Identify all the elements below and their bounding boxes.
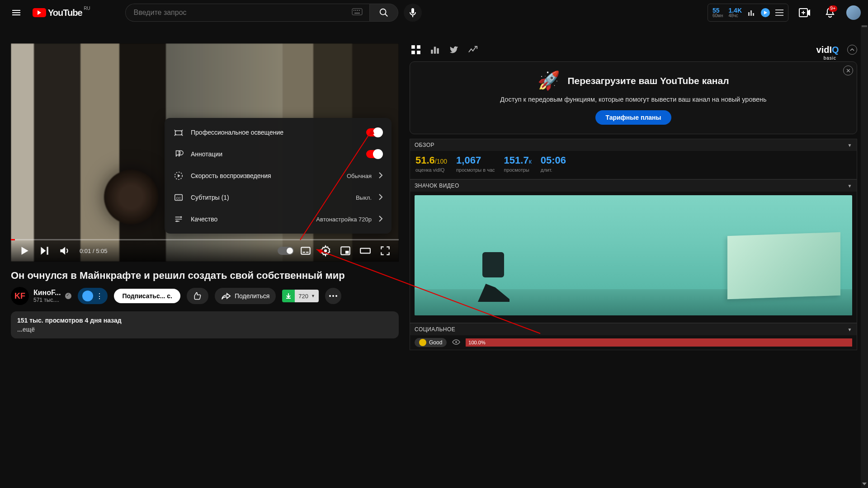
subscribe-button[interactable]: Подписатьс... с.: [114, 289, 180, 303]
logo-text: YouTube: [48, 8, 82, 18]
svg-point-19: [180, 216, 182, 218]
volume-button[interactable]: [56, 243, 72, 259]
time-current: 0:01: [80, 248, 91, 254]
settings-toggle[interactable]: [366, 150, 382, 158]
svg-rect-0: [352, 9, 362, 15]
settings-row-annotations[interactable]: Аннотации: [165, 143, 392, 165]
play-button[interactable]: [16, 243, 33, 259]
stat-value: 1,067: [456, 155, 495, 165]
autoplay-toggle[interactable]: [278, 243, 294, 259]
svg-rect-1: [354, 10, 354, 11]
share-icon: [221, 291, 231, 300]
subtitles-button[interactable]: [297, 243, 314, 259]
svg-rect-33: [411, 45, 415, 49]
settings-value: Автонастройка 720p: [316, 216, 372, 223]
svg-point-32: [335, 295, 337, 297]
share-button[interactable]: Поделиться: [215, 288, 276, 304]
promo-card: ✕ 🚀 Перезагрузите ваш YouTube канал Дост…: [410, 61, 651, 134]
search-box[interactable]: [125, 4, 369, 22]
chevron-right-icon: [379, 172, 382, 180]
search-button[interactable]: [369, 4, 398, 22]
twitter-icon: [449, 45, 459, 55]
promo-cta-button[interactable]: Тарифные планы: [595, 110, 651, 125]
theater-button[interactable]: [357, 243, 373, 259]
settings-label: Качество: [191, 216, 309, 223]
menu-button[interactable]: [7, 4, 25, 22]
left-column: Профессиональное освещениеАннотацииСкоро…: [11, 43, 399, 366]
settings-row-speed[interactable]: Скорость воспроизведенияОбычная: [165, 165, 392, 187]
speed-icon: [174, 171, 184, 181]
search-wrap: [125, 4, 422, 22]
miniplayer-button[interactable]: [337, 243, 354, 259]
more-actions-button[interactable]: [325, 288, 341, 304]
settings-label: Профессиональное освещение: [191, 129, 359, 136]
stat-label: просмотры: [504, 167, 532, 173]
tab-grid[interactable]: [410, 43, 422, 56]
voice-search-button[interactable]: [404, 4, 422, 22]
hamburger-icon: [11, 7, 22, 18]
social-header[interactable]: СОЦИАЛЬНОЕ▼: [410, 324, 651, 335]
cc-icon: CC: [174, 192, 184, 202]
svg-rect-26: [345, 251, 349, 254]
channel-block[interactable]: KF КиноF... 571 тыс....: [11, 287, 71, 305]
overview-stat: 05:06длит.: [541, 155, 566, 173]
smile-icon: [419, 339, 426, 346]
next-button[interactable]: [36, 243, 52, 259]
share-label: Поделиться: [235, 292, 269, 300]
overview-stat: 1,067просмотры в час: [456, 155, 495, 173]
trending-icon: [468, 45, 478, 55]
stat-value: 151.7к: [504, 155, 532, 165]
svg-rect-36: [417, 51, 420, 54]
topbar: YouTube RU 55 60мн 1.4K 48чс: [0, 0, 651, 25]
fullscreen-button[interactable]: [377, 243, 393, 259]
settings-row-quality[interactable]: КачествоАвтонастройка 720p: [165, 208, 392, 230]
settings-row-lighting[interactable]: Профессиональное освещение: [165, 122, 392, 143]
video-thumbnail[interactable]: [415, 195, 651, 315]
right-column: vidIQbasic ✕ 🚀 Перезагрузите ваш YouTube…: [410, 43, 651, 366]
stat-label: длит.: [541, 167, 566, 173]
overview-panel: ОБЗОР▼ 51.6/100оценка vidIQ1,067просмотр…: [410, 139, 651, 179]
lighting-icon: [174, 127, 184, 137]
expand-description[interactable]: ...ещё: [17, 326, 392, 333]
chevron-right-icon: [379, 216, 382, 223]
description-box[interactable]: 151 тыс. просмотров 4 дня назад ...ещё: [11, 311, 399, 338]
overview-stat: 51.6/100оценка vidIQ: [415, 155, 447, 173]
tab-trending[interactable]: [467, 43, 479, 56]
download-chip[interactable]: 720 ▼: [282, 290, 319, 302]
tab-stats[interactable]: [429, 43, 441, 56]
extension-pill[interactable]: ⋮: [78, 288, 108, 304]
svg-point-31: [332, 295, 334, 297]
promo-body: Доступ к передовым функциям, которые пом…: [419, 96, 651, 103]
dislike-button[interactable]: [187, 288, 208, 304]
overview-header[interactable]: ОБЗОР▼: [410, 139, 651, 151]
svg-rect-21: [301, 247, 310, 254]
svg-rect-23: [306, 252, 308, 253]
rocket-icon: 🚀: [538, 70, 560, 91]
youtube-logo[interactable]: YouTube RU: [33, 8, 82, 18]
social-panel: СОЦИАЛЬНОЕ▼ Good 100.0%: [410, 323, 651, 350]
search-icon: [379, 8, 389, 18]
settings-toggle[interactable]: [366, 128, 382, 136]
video-title: Он очнулся в Майнкрафте и решил создать …: [11, 270, 399, 282]
settings-row-cc[interactable]: CCСубтитры (1)Выкл.: [165, 187, 392, 208]
svg-point-20: [176, 221, 178, 222]
video-player[interactable]: Профессиональное освещениеАннотацииСкоро…: [11, 43, 399, 262]
keyboard-icon[interactable]: [352, 9, 362, 17]
download-icon: [282, 290, 295, 302]
svg-line-7: [385, 14, 387, 17]
svg-rect-3: [357, 10, 358, 11]
settings-button[interactable]: [317, 243, 334, 259]
logo-country: RU: [84, 6, 90, 11]
channel-avatar[interactable]: KF: [11, 287, 29, 305]
svg-rect-4: [359, 10, 360, 11]
social-good-badge: Good: [415, 338, 447, 347]
channel-name[interactable]: КиноF...: [33, 289, 61, 297]
thumbnail-panel: ЗНАЧОК ВИДЕО▼: [410, 179, 651, 323]
svg-rect-5: [354, 13, 360, 14]
tab-twitter[interactable]: [448, 43, 460, 56]
settings-label: Скорость воспроизведения: [191, 172, 340, 179]
search-input[interactable]: [133, 8, 352, 17]
thumbnail-header[interactable]: ЗНАЧОК ВИДЕО▼: [410, 180, 651, 192]
settings-value: Обычная: [347, 173, 372, 179]
gear-icon: [320, 245, 331, 257]
